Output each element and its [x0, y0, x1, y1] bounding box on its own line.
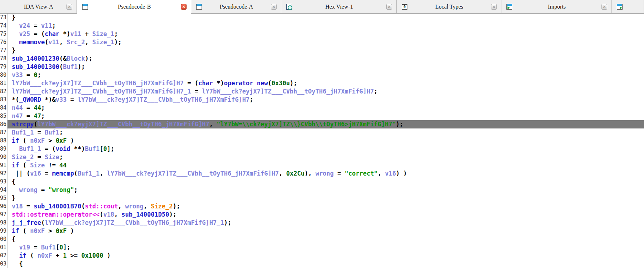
- code-line[interactable]: 00{: [0, 235, 644, 243]
- tab-pseudocode-a[interactable]: Pseudocode-A×: [191, 0, 281, 13]
- code-token: || (: [12, 170, 30, 177]
- code-token: strcpy: [12, 121, 34, 128]
- line-number: 75: [0, 30, 8, 38]
- code-token: = (: [41, 145, 56, 152]
- code-token: }: [12, 47, 15, 54]
- code-line[interactable]: 91if ( Size != 44: [0, 161, 644, 170]
- code-line[interactable]: 96v18 = sub_140001B70(std::cout, wrong, …: [0, 202, 644, 211]
- close-icon[interactable]: ×: [271, 4, 277, 10]
- code-line[interactable]: 83*(_QWORD *)&v33 = lY7bW___ck?eyjX7]TZ_…: [0, 96, 644, 104]
- code-line[interactable]: 03 {: [0, 260, 644, 268]
- code-token: 47: [34, 112, 41, 120]
- code-line[interactable]: 95}: [0, 194, 644, 202]
- code-token: ): [67, 137, 74, 144]
- code-token: [12, 39, 19, 46]
- code-line[interactable]: 99if ( n0xF > 0xF ): [0, 227, 644, 235]
- code-text: std::ostream::operator<<(v18, sub_140001…: [8, 211, 644, 219]
- code-token: sub_140001D50: [122, 211, 169, 218]
- close-icon[interactable]: ×: [601, 4, 607, 10]
- code-line[interactable]: 73}: [0, 14, 644, 22]
- code-token: (: [100, 211, 103, 218]
- code-text: j_j_free(lY7bW___ck?eyjX7]TZ___CVbh__tOy…: [8, 219, 644, 227]
- code-token: void: [56, 145, 70, 152]
- code-token: [12, 22, 19, 29]
- code-token: ,: [118, 203, 125, 210]
- code-token: ;: [59, 129, 63, 136]
- tab-ida-view-a[interactable]: IDA View-A×: [0, 0, 77, 13]
- code-line[interactable]: 84n44 = 44;: [0, 104, 644, 112]
- code-line[interactable]: 81lY7bW___ck?eyjX7]TZ___CVbh__tOyTH6_jH7…: [0, 79, 644, 87]
- close-icon[interactable]: ×: [491, 4, 497, 10]
- code-line[interactable]: 76 memmove(v11, Src_2, Size_1);: [0, 38, 644, 46]
- tab-imports[interactable]: Imports×: [501, 0, 612, 13]
- code-line[interactable]: 79sub_140001300(Buf1);: [0, 63, 644, 71]
- code-token: 0x1000: [81, 252, 103, 259]
- tab-hex-view-1[interactable]: Hex View-1×: [281, 0, 397, 13]
- code-token: = (: [184, 80, 198, 87]
- code-token: (: [19, 227, 30, 234]
- code-token: v11: [48, 39, 59, 46]
- code-line[interactable]: 01 v19 = Buf1[0];: [0, 243, 644, 252]
- close-icon[interactable]: ×: [66, 4, 72, 10]
- localtypes-icon: 0: [402, 4, 407, 10]
- code-text: lY7bW___ck?eyjX7]TZ___CVbh__tOyTH6_jH7Xm…: [8, 79, 644, 87]
- code-line[interactable]: 02 if ( n0xF + 1 >= 0x1000 ): [0, 252, 644, 260]
- code-token: wrong: [125, 203, 143, 210]
- code-line[interactable]: 78sub_140001230(&Block);: [0, 55, 644, 63]
- code-token: memcmp: [52, 170, 74, 177]
- line-number: 83: [0, 96, 8, 104]
- code-token: (: [26, 252, 38, 259]
- close-icon[interactable]: ×: [386, 4, 392, 10]
- code-line[interactable]: 90Size_2 = Size;: [0, 153, 644, 161]
- code-token: +: [52, 252, 63, 259]
- code-token: !=: [45, 162, 59, 169]
- code-line[interactable]: 88if ( n0xF > 0xF ): [0, 137, 644, 145]
- tab-partial[interactable]: [612, 0, 644, 13]
- code-line[interactable]: 92 || (v16 = memcmp(Buf1_1, lY7bW___ck?e…: [0, 170, 644, 178]
- code-text: sub_140001230(&Block);: [8, 55, 644, 63]
- tab-pseudocode-b[interactable]: Pseudocode-B×: [77, 0, 191, 14]
- code-token: v16: [385, 170, 396, 177]
- code-token: );: [396, 121, 403, 128]
- code-token: *)&: [41, 96, 56, 103]
- code-token: >: [45, 137, 56, 144]
- code-token: =: [191, 88, 202, 95]
- code-line[interactable]: 86strcpy(lY7bW___ck?eyjX7]TZ___CVbh__tOy…: [0, 120, 644, 128]
- code-line[interactable]: 94 wrong = "wrong";: [0, 186, 644, 194]
- code-text: v24 = v11;: [8, 22, 644, 30]
- code-token: sub_140001B70: [34, 203, 81, 210]
- code-token: (: [59, 63, 63, 70]
- code-line[interactable]: 87Buf1_1 = Buf1;: [0, 128, 644, 137]
- code-line[interactable]: 93{: [0, 178, 644, 186]
- code-line[interactable]: 85n47 = 47;: [0, 112, 644, 120]
- code-token: lY7bW___ck?eyjX7]TZ___CVbh__tOyTH6_jH7Xm…: [12, 80, 184, 87]
- code-token: v33: [56, 96, 67, 103]
- code-line[interactable]: 97std::ostream::operator<<(v18, sub_1400…: [0, 211, 644, 219]
- code-text: }: [8, 14, 644, 22]
- code-line[interactable]: 98j_j_free(lY7bW___ck?eyjX7]TZ___CVbh__t…: [0, 219, 644, 227]
- code-token: =: [34, 129, 45, 136]
- code-token: >: [45, 227, 56, 234]
- code-token: =: [34, 153, 45, 161]
- code-line[interactable]: 80v33 = 0;: [0, 71, 644, 79]
- code-text: {: [8, 260, 644, 268]
- code-token: sub_140001300: [12, 63, 59, 70]
- code-token: lY7bW___ck?eyjX7]TZ___CVbh__tOyTH6_jH7Xm…: [12, 88, 191, 95]
- code-token: n0xF: [30, 137, 45, 144]
- code-line[interactable]: 82lY7bW___ck?eyjX7]TZ___CVbh__tOyTH6_jH7…: [0, 87, 644, 96]
- code-text: n44 = 44;: [8, 104, 644, 112]
- tab-bar: IDA View-A×Pseudocode-B×Pseudocode-A×Hex…: [0, 0, 644, 14]
- code-text: Buf1_1 = (void **)Buf1[0];: [8, 145, 644, 153]
- code-line[interactable]: 77}: [0, 46, 644, 55]
- code-line[interactable]: 74 v24 = v11;: [0, 22, 644, 30]
- code-token: Buf1: [45, 129, 59, 136]
- code-line[interactable]: 89 Buf1_1 = (void **)Buf1[0];: [0, 145, 644, 153]
- tab-local-types[interactable]: 0Local Types×: [397, 0, 501, 13]
- line-number: 99: [0, 227, 8, 235]
- close-icon[interactable]: ×: [181, 4, 187, 10]
- code-text: Size_2 = Size;: [8, 153, 644, 161]
- code-token: =: [38, 186, 49, 193]
- code-line[interactable]: 75 v25 = (char *)v11 + Size_1;: [0, 30, 644, 38]
- code-token: Src_2: [67, 39, 85, 46]
- code-token: [12, 252, 19, 259]
